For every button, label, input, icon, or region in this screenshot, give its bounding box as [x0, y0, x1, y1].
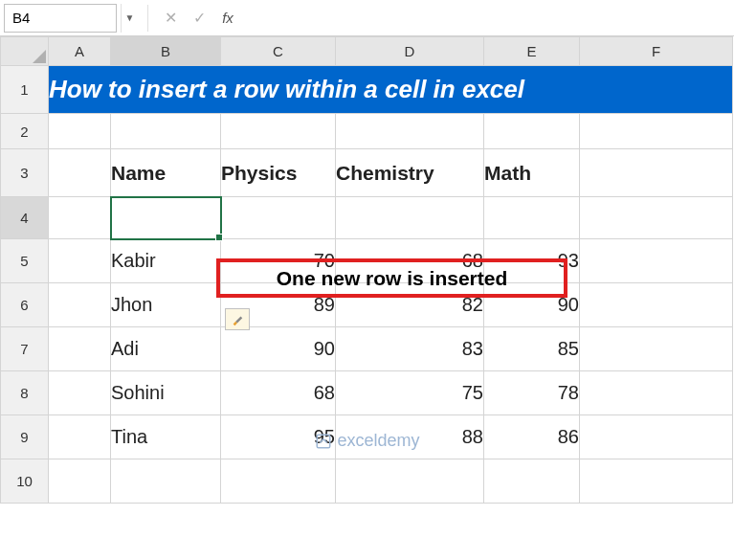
cell-F4[interactable]: [580, 197, 733, 239]
cell-C8[interactable]: 68: [221, 371, 336, 415]
cell-F10[interactable]: [580, 459, 733, 504]
cell-B6[interactable]: Jhon: [111, 283, 221, 327]
cell-F8[interactable]: [580, 371, 733, 415]
cell-B2[interactable]: [111, 114, 221, 149]
cell-B4[interactable]: [111, 197, 221, 239]
row-header-6[interactable]: 6: [1, 283, 49, 327]
cell-D4[interactable]: [336, 197, 484, 239]
cell-F6[interactable]: [580, 283, 733, 327]
cell-A9[interactable]: [49, 415, 111, 459]
cell-F2[interactable]: [580, 114, 733, 149]
cell-B8[interactable]: Sohini: [111, 371, 221, 415]
row-header-8[interactable]: 8: [1, 371, 49, 415]
cell-A2[interactable]: [49, 114, 111, 149]
col-header-B[interactable]: B: [111, 37, 221, 66]
cell-C10[interactable]: [221, 459, 336, 504]
cell-A4[interactable]: [49, 197, 111, 239]
insert-options-button[interactable]: [225, 308, 250, 330]
select-all-corner[interactable]: [1, 37, 49, 66]
cell-A8[interactable]: [49, 371, 111, 415]
cell-A6[interactable]: [49, 283, 111, 327]
col-header-F[interactable]: F: [580, 37, 733, 66]
cell-D3[interactable]: Chemistry: [336, 149, 484, 197]
formula-bar: B4 ▼ ✕ ✓ fx: [0, 0, 734, 36]
cell-E3[interactable]: Math: [484, 149, 580, 197]
col-header-E[interactable]: E: [484, 37, 580, 66]
cell-B3[interactable]: Name: [111, 149, 221, 197]
cell-C4[interactable]: [221, 197, 336, 239]
row-header-10[interactable]: 10: [1, 459, 49, 504]
paintbrush-icon: [231, 313, 244, 326]
cell-E9[interactable]: 86: [484, 415, 580, 459]
row-header-3[interactable]: 3: [1, 149, 49, 197]
name-box-dropdown-icon[interactable]: ▼: [121, 4, 138, 33]
cell-E10[interactable]: [484, 459, 580, 504]
cell-F9[interactable]: [580, 415, 733, 459]
cell-D8[interactable]: 75: [336, 371, 484, 415]
cell-B7[interactable]: Adi: [111, 327, 221, 371]
cell-D10[interactable]: [336, 459, 484, 504]
grid-table: A B C D E F 1 How to insert a row within…: [0, 36, 733, 504]
title-cell[interactable]: How to insert a row within a cell in exc…: [49, 66, 733, 114]
col-header-D[interactable]: D: [336, 37, 484, 66]
cell-A5[interactable]: [49, 239, 111, 283]
cell-D6[interactable]: 82: [336, 283, 484, 327]
cell-C3[interactable]: Physics: [221, 149, 336, 197]
row-header-9[interactable]: 9: [1, 415, 49, 459]
row-header-4[interactable]: 4: [1, 197, 49, 239]
cell-D2[interactable]: [336, 114, 484, 149]
spreadsheet-grid: A B C D E F 1 How to insert a row within…: [0, 36, 734, 504]
cell-C2[interactable]: [221, 114, 336, 149]
cell-B10[interactable]: [111, 459, 221, 504]
cell-E4[interactable]: [484, 197, 580, 239]
col-header-A[interactable]: A: [49, 37, 111, 66]
row-header-2[interactable]: 2: [1, 114, 49, 149]
row-header-5[interactable]: 5: [1, 239, 49, 283]
cell-E5[interactable]: 93: [484, 239, 580, 283]
cell-E8[interactable]: 78: [484, 371, 580, 415]
fx-icon[interactable]: fx: [213, 10, 242, 26]
cell-A3[interactable]: [49, 149, 111, 197]
cell-F7[interactable]: [580, 327, 733, 371]
cell-B5[interactable]: Kabir: [111, 239, 221, 283]
cell-F3[interactable]: [580, 149, 733, 197]
cell-F5[interactable]: [580, 239, 733, 283]
cell-A7[interactable]: [49, 327, 111, 371]
cell-D5[interactable]: 68: [336, 239, 484, 283]
cell-C9[interactable]: 95: [221, 415, 336, 459]
formula-input[interactable]: [242, 5, 734, 32]
cell-E2[interactable]: [484, 114, 580, 149]
name-box[interactable]: B4: [4, 4, 117, 33]
cell-D7[interactable]: 83: [336, 327, 484, 371]
cell-E7[interactable]: 85: [484, 327, 580, 371]
cell-D9[interactable]: 88: [336, 415, 484, 459]
cell-A10[interactable]: [49, 459, 111, 504]
name-box-value: B4: [12, 10, 30, 26]
row-header-7[interactable]: 7: [1, 327, 49, 371]
cell-C5[interactable]: 70: [221, 239, 336, 283]
enter-icon: ✓: [185, 9, 213, 27]
row-header-1[interactable]: 1: [1, 66, 49, 114]
cell-C7[interactable]: 90: [221, 327, 336, 371]
divider: [147, 5, 148, 32]
cancel-icon: ✕: [156, 9, 185, 27]
col-header-C[interactable]: C: [221, 37, 336, 66]
cell-B9[interactable]: Tina: [111, 415, 221, 459]
cell-E6[interactable]: 90: [484, 283, 580, 327]
